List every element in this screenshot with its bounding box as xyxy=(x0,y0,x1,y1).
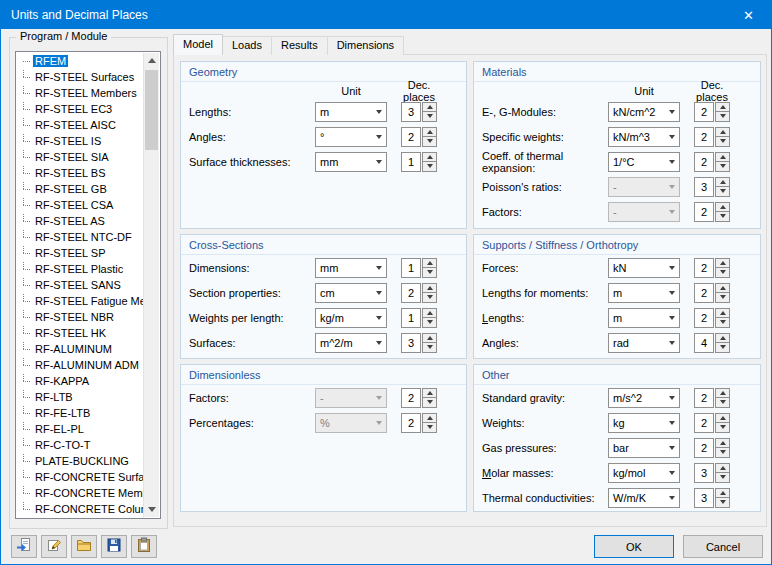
spin-down-button[interactable] xyxy=(715,292,730,303)
open-folder-button[interactable] xyxy=(71,535,97,558)
module-item[interactable]: RF-STEEL SANS xyxy=(16,277,144,293)
unit-select[interactable]: rad xyxy=(608,333,680,353)
title-bar[interactable]: Units and Decimal Places ✕ xyxy=(1,1,771,29)
ok-button[interactable]: OK xyxy=(594,535,674,558)
list-scrollbar[interactable] xyxy=(143,53,159,517)
spin-down-button[interactable] xyxy=(422,292,437,303)
tab-dimensions[interactable]: Dimensions xyxy=(327,36,404,55)
default-button[interactable] xyxy=(11,535,37,558)
module-item[interactable]: RF-FE-LTB xyxy=(16,405,144,421)
module-item[interactable]: RF-STEEL NBR xyxy=(16,309,144,325)
unit-select[interactable]: m^2/m xyxy=(315,333,387,353)
scroll-up-button[interactable] xyxy=(144,53,159,68)
unit-select[interactable]: kg/mol xyxy=(608,463,680,483)
spin-down-button[interactable] xyxy=(715,111,730,122)
dec-places-value[interactable]: 2 xyxy=(694,258,714,278)
dec-places-value[interactable]: 2 xyxy=(401,283,421,303)
save-button[interactable] xyxy=(101,535,127,558)
unit-select[interactable]: kN xyxy=(608,258,680,278)
unit-select[interactable]: m xyxy=(608,308,680,328)
spin-down-button[interactable] xyxy=(715,161,730,172)
unit-select[interactable]: 1/°C xyxy=(608,152,680,172)
unit-select[interactable]: m xyxy=(608,283,680,303)
spin-down-button[interactable] xyxy=(422,161,437,172)
module-item[interactable]: RF-C-TO-T xyxy=(16,437,144,453)
unit-select[interactable]: kN/m^3 xyxy=(608,127,680,147)
cancel-button[interactable]: Cancel xyxy=(683,535,763,558)
spin-down-button[interactable] xyxy=(422,136,437,147)
module-item[interactable]: RF-STEEL EC3 xyxy=(16,101,144,117)
module-item[interactable]: RF-STEEL Fatigue Members xyxy=(16,293,144,309)
spin-down-button[interactable] xyxy=(715,447,730,458)
scrollbar-thumb[interactable] xyxy=(145,70,158,150)
module-item[interactable]: RF-ALUMINUM xyxy=(16,341,144,357)
module-item[interactable]: RF-STEEL SIA xyxy=(16,149,144,165)
module-item[interactable]: RF-STEEL SP xyxy=(16,245,144,261)
unit-select[interactable]: bar xyxy=(608,438,680,458)
dec-places-value[interactable]: 2 xyxy=(694,388,714,408)
spin-down-button[interactable] xyxy=(715,342,730,353)
spin-down-button[interactable] xyxy=(422,267,437,278)
dec-places-value[interactable]: 2 xyxy=(694,438,714,458)
dec-places-value[interactable]: 3 xyxy=(401,333,421,353)
unit-select[interactable]: ° xyxy=(315,127,387,147)
module-item[interactable]: RF-LTB xyxy=(16,389,144,405)
module-item[interactable]: RF-STEEL Plastic xyxy=(16,261,144,277)
module-item[interactable]: RF-STEEL BS xyxy=(16,165,144,181)
tab-model[interactable]: Model xyxy=(173,34,223,55)
module-item[interactable]: RF-STEEL HK xyxy=(16,325,144,341)
module-item[interactable]: RF-STEEL CSA xyxy=(16,197,144,213)
dec-places-value[interactable]: 2 xyxy=(694,152,714,172)
spin-down-button[interactable] xyxy=(715,497,730,508)
dec-places-value[interactable]: 3 xyxy=(694,177,714,197)
unit-select[interactable]: kg xyxy=(608,413,680,433)
unit-select[interactable]: W/m/K xyxy=(608,488,680,508)
dec-places-value[interactable]: 3 xyxy=(694,463,714,483)
dec-places-value[interactable]: 2 xyxy=(694,308,714,328)
dec-places-value[interactable]: 2 xyxy=(694,283,714,303)
spin-down-button[interactable] xyxy=(715,136,730,147)
module-item[interactable]: RF-KAPPA xyxy=(16,373,144,389)
spin-down-button[interactable] xyxy=(422,317,437,328)
dec-places-value[interactable]: 4 xyxy=(694,333,714,353)
module-item[interactable]: RF-CONCRETE Columns xyxy=(16,501,144,517)
spin-down-button[interactable] xyxy=(715,186,730,197)
module-item[interactable]: RF-ALUMINUM ADM xyxy=(16,357,144,373)
tab-loads[interactable]: Loads xyxy=(222,36,272,55)
dec-places-value[interactable]: 1 xyxy=(401,308,421,328)
paste-button[interactable] xyxy=(131,535,157,558)
module-item[interactable]: RF-CONCRETE Surfaces xyxy=(16,469,144,485)
unit-select[interactable]: m xyxy=(315,102,387,122)
module-item[interactable]: RFEM xyxy=(16,53,144,69)
unit-select[interactable]: kg/m xyxy=(315,308,387,328)
spin-down-button[interactable] xyxy=(715,472,730,483)
unit-select[interactable]: cm xyxy=(315,283,387,303)
spin-down-button[interactable] xyxy=(715,397,730,408)
spin-down-button[interactable] xyxy=(422,111,437,122)
module-item[interactable]: RF-STEEL GB xyxy=(16,181,144,197)
close-button[interactable]: ✕ xyxy=(726,1,771,29)
dec-places-value[interactable]: 2 xyxy=(694,127,714,147)
edit-button[interactable] xyxy=(41,535,67,558)
module-item[interactable]: RF-STEEL NTC-DF xyxy=(16,229,144,245)
spin-down-button[interactable] xyxy=(422,342,437,353)
spin-down-button[interactable] xyxy=(715,422,730,433)
unit-select[interactable]: mm xyxy=(315,258,387,278)
module-item[interactable]: RF-CONCRETE Members xyxy=(16,485,144,501)
spin-down-button[interactable] xyxy=(715,211,730,222)
module-item[interactable]: RF-STEEL Surfaces xyxy=(16,69,144,85)
dec-places-value[interactable]: 2 xyxy=(401,413,421,433)
unit-select[interactable]: mm xyxy=(315,152,387,172)
dec-places-value[interactable]: 2 xyxy=(694,102,714,122)
module-item[interactable]: RF-STEEL IS xyxy=(16,133,144,149)
spin-down-button[interactable] xyxy=(715,267,730,278)
unit-select[interactable]: kN/cm^2 xyxy=(608,102,680,122)
dec-places-value[interactable]: 2 xyxy=(694,202,714,222)
tab-results[interactable]: Results xyxy=(271,36,328,55)
dec-places-value[interactable]: 1 xyxy=(401,258,421,278)
dec-places-value[interactable]: 2 xyxy=(401,127,421,147)
spin-down-button[interactable] xyxy=(715,317,730,328)
dec-places-value[interactable]: 1 xyxy=(401,152,421,172)
unit-select[interactable]: m/s^2 xyxy=(608,388,680,408)
module-item[interactable]: RF-EL-PL xyxy=(16,421,144,437)
